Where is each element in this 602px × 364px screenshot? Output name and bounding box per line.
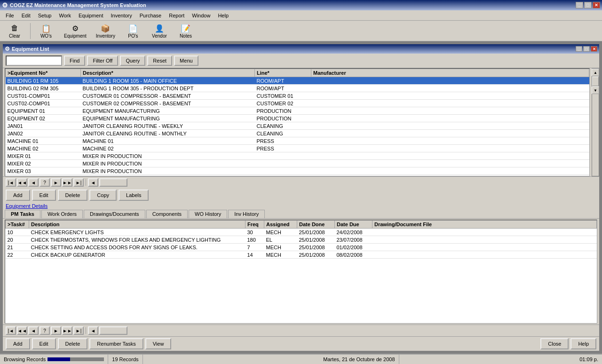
pm-col-assigned[interactable]: Assigned: [264, 221, 297, 229]
mdi-maximize[interactable]: □: [583, 46, 590, 52]
filter-off-button[interactable]: Filter Off: [87, 55, 118, 66]
reset-button[interactable]: Reset: [147, 55, 172, 66]
pm-nav-last[interactable]: ►|: [73, 326, 84, 335]
menu-purchase[interactable]: Purchase: [136, 12, 165, 19]
list-item[interactable]: 10CHECK EMERGENCY LIGHTS30MECH25/01/2008…: [6, 229, 597, 236]
toolbar-clear[interactable]: 🗑 Clear: [3, 22, 26, 40]
delete-pm-button[interactable]: Delete: [58, 338, 88, 349]
toolbar-equipment[interactable]: ⚙ Equipment: [61, 22, 90, 40]
toolbar-notes[interactable]: 📝 Notes: [174, 22, 198, 40]
mdi-title-btns[interactable]: _ □ ✕: [576, 46, 597, 52]
menu-window[interactable]: Window: [188, 12, 214, 19]
tab-work-orders[interactable]: Work Orders: [41, 210, 83, 218]
pm-col-desc[interactable]: Description: [29, 221, 246, 229]
nav-first[interactable]: |◄: [6, 178, 16, 187]
col-line[interactable]: Line*: [255, 69, 311, 77]
labels-button[interactable]: Labels: [119, 190, 149, 201]
menu-help[interactable]: Help: [214, 12, 232, 19]
list-item[interactable]: 20CHECK THERMOSTATS, WINDOWS FOR LEAKS A…: [6, 236, 597, 244]
menu-button[interactable]: Menu: [174, 55, 198, 66]
pm-nav-next[interactable]: ►: [51, 326, 61, 335]
nav-next-fast[interactable]: ►►: [62, 178, 72, 187]
table-row[interactable]: PROPERTY 01APT BUILDING 01 BOILER 1MECHA…: [6, 175, 589, 177]
table-row[interactable]: CUST01-COMP01CUSTOMER 01 COMPRESSOR - BA…: [6, 92, 589, 100]
menu-setup[interactable]: Setup: [34, 12, 55, 19]
title-bar-buttons[interactable]: _ □ ✕: [576, 2, 600, 8]
nav-last[interactable]: ►|: [73, 178, 84, 187]
nav-prev-fast[interactable]: ◄◄: [17, 178, 27, 187]
delete-equipment-button[interactable]: Delete: [58, 190, 88, 201]
edit-pm-button[interactable]: Edit: [32, 338, 56, 349]
menu-equipment[interactable]: Equipment: [75, 12, 107, 19]
mdi-minimize[interactable]: _: [576, 46, 582, 52]
toolbar-pos[interactable]: 📄 PO's: [121, 22, 145, 40]
close-button[interactable]: ✕: [593, 2, 600, 8]
table-row[interactable]: MACHINE 02MACHINE 02PRESS: [6, 145, 589, 152]
toolbar-inventory[interactable]: 📦 Inventory: [93, 22, 119, 40]
scroll-up-arrow[interactable]: ▲: [592, 69, 599, 76]
table-row[interactable]: JAN01JANITOR CLEANING ROUTINE - WEEKLYCL…: [6, 122, 589, 130]
toolbar-wos[interactable]: 📋 WO's: [34, 22, 58, 40]
table-row[interactable]: MIXER 02MIXER IN PRODUCTION: [6, 160, 589, 167]
equipment-scrollbar[interactable]: ▲ ▼: [592, 68, 599, 176]
nav-scroll-bar[interactable]: [99, 178, 127, 187]
pm-nav-scroll-left[interactable]: ◄: [88, 326, 98, 335]
col-equip-no[interactable]: >Equipment No*: [6, 69, 81, 77]
tab-pm-tasks[interactable]: PM Tasks: [5, 210, 40, 218]
table-row[interactable]: CUST02-COMP01CUSTOMER 02 COMPRESSOR - BA…: [6, 100, 589, 107]
pm-nav-next-fast[interactable]: ►►: [62, 326, 72, 335]
find-button[interactable]: Find: [64, 55, 85, 66]
pm-col-due[interactable]: Date Due: [335, 221, 372, 229]
help-window-button[interactable]: Help: [570, 338, 596, 349]
tab-drawings[interactable]: Drawings/Documents: [84, 210, 145, 218]
menu-edit[interactable]: Edit: [18, 12, 34, 19]
pm-nav-scroll-bar[interactable]: [99, 326, 127, 335]
tab-wo-history[interactable]: WO History: [189, 210, 227, 218]
pm-nav-first[interactable]: |◄: [6, 326, 16, 335]
filter-input[interactable]: [6, 55, 62, 66]
view-button[interactable]: View: [145, 338, 172, 349]
table-row[interactable]: BUILDING 01 RM 105BUILDING 1 ROOM 105 - …: [6, 77, 589, 85]
close-window-button[interactable]: Close: [540, 338, 569, 349]
list-item[interactable]: 22CHECK BACKUP GENERATOR14MECH25/01/2008…: [6, 251, 597, 259]
menu-report[interactable]: Report: [165, 12, 188, 19]
nav-prev[interactable]: ◄: [28, 178, 39, 187]
nav-help[interactable]: ?: [40, 178, 50, 187]
col-manufacturer[interactable]: Manufacturer: [311, 69, 589, 77]
query-button[interactable]: Query: [120, 55, 145, 66]
nav-scroll-left[interactable]: ◄: [88, 178, 98, 187]
table-row[interactable]: MIXER 03MIXER IN PRODUCTION: [6, 167, 589, 175]
pm-col-drawing[interactable]: Drawing/Document File: [372, 221, 597, 229]
menu-work[interactable]: Work: [55, 12, 74, 19]
add-pm-button[interactable]: Add: [6, 338, 30, 349]
pm-nav-prev[interactable]: ◄: [28, 326, 39, 335]
nav-next[interactable]: ►: [51, 178, 61, 187]
table-row[interactable]: EQUIPMENT 02EQUIPMENT MANUFACTURINGPRODU…: [6, 115, 589, 122]
copy-equipment-button[interactable]: Copy: [89, 190, 117, 201]
pm-nav-help[interactable]: ?: [40, 326, 50, 335]
table-row[interactable]: MACHINE 01MACHINE 01PRESS: [6, 137, 589, 145]
equipment-details-link[interactable]: Equipment Details: [3, 202, 599, 210]
mdi-close[interactable]: ✕: [591, 46, 597, 52]
list-item[interactable]: 21CHECK SETTING AND ACCESS DOORS FOR ANY…: [6, 244, 597, 251]
table-row[interactable]: EQUIPMENT 01EQUIPMENT MANUFACTURINGPRODU…: [6, 107, 589, 115]
minimize-button[interactable]: _: [576, 2, 583, 8]
pm-col-freq[interactable]: Freq: [246, 221, 264, 229]
pm-col-done[interactable]: Date Done: [297, 221, 335, 229]
col-description[interactable]: Description*: [81, 69, 255, 77]
scroll-thumb[interactable]: [592, 77, 599, 86]
menu-file[interactable]: File: [2, 12, 18, 19]
scroll-down-arrow[interactable]: ▼: [592, 87, 599, 94]
tab-inv-history[interactable]: Inv History: [228, 210, 265, 218]
toolbar-vendor[interactable]: 👤 Vendor: [148, 22, 171, 40]
table-row[interactable]: BUILDING 02 RM 305BUILDING 1 ROOM 305 - …: [6, 85, 589, 92]
renumber-tasks-button[interactable]: Renumber Tasks: [89, 338, 143, 349]
pm-col-task[interactable]: >Task#: [6, 221, 29, 229]
tab-components[interactable]: Components: [146, 210, 188, 218]
pm-nav-prev-fast[interactable]: ◄◄: [17, 326, 27, 335]
edit-equipment-button[interactable]: Edit: [32, 190, 56, 201]
maximize-button[interactable]: □: [584, 2, 592, 8]
table-row[interactable]: JAN02JANITOR CLEANING ROUTINE - MONTHLYC…: [6, 130, 589, 137]
add-equipment-button[interactable]: Add: [6, 190, 30, 201]
menu-inventory[interactable]: Inventory: [107, 12, 136, 19]
